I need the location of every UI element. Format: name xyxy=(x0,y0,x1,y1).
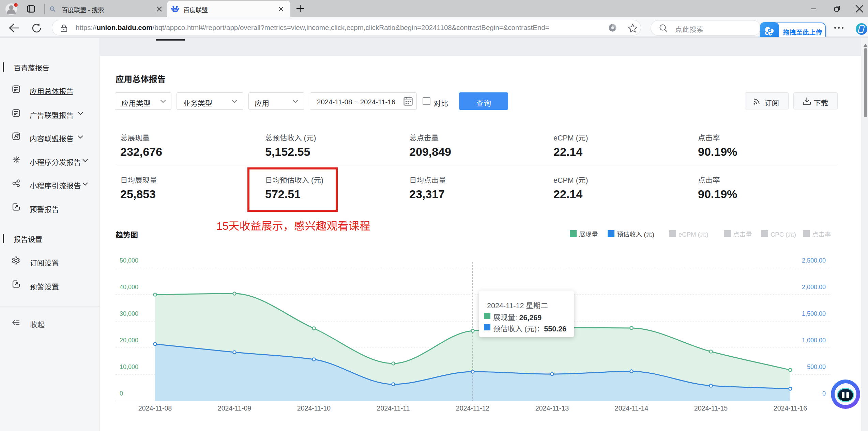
svg-text:du: du xyxy=(174,9,177,12)
